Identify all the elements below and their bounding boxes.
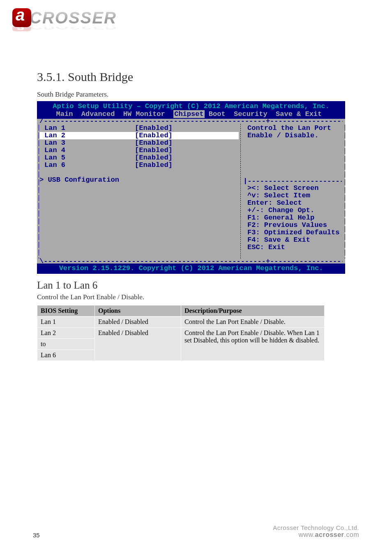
bios-item[interactable]: Lan 1[Enabled] <box>39 125 239 132</box>
table-header-row: BIOS Setting Options Description/Purpose <box>37 305 325 317</box>
bios-border-right: | | | | | | | | | | | | | | | | | | | <box>343 124 345 259</box>
bios-keyhint: F1: General Help <box>243 214 342 222</box>
footer-url: www.acrosser.com <box>273 531 359 539</box>
brand-a-icon <box>12 8 31 27</box>
section-intro: South Bridge Parameters. <box>37 90 108 99</box>
footer-company: Acrosser Technology Co.,Ltd. <box>273 524 359 531</box>
footer-url-pre: www. <box>298 531 315 538</box>
page-title: 3.5.1. South Bridge <box>37 70 133 84</box>
bios-item[interactable]: Lan 5[Enabled] <box>39 154 239 162</box>
th-desc: Description/Purpose <box>181 305 325 317</box>
bios-item[interactable]: Lan 4[Enabled] <box>39 147 239 154</box>
bios-item[interactable]: Lan 2[Enabled] <box>39 132 239 139</box>
bios-item[interactable]: Lan 6[Enabled] <box>39 162 239 169</box>
page-footer: Acrosser Technology Co.,Ltd. www.acrosse… <box>273 524 359 539</box>
table-row: Lan 2Enabled / DisabledControl the Lan P… <box>37 328 325 339</box>
subsection-title: Lan 1 to Lan 6 <box>37 280 97 291</box>
bios-submenu[interactable]: > USB Configuration <box>39 176 239 184</box>
bios-border-left: | | | | | | | | | | | | | | | | | | | <box>37 124 39 259</box>
logo: CROSSER CROSSER <box>12 8 117 34</box>
bios-help-text: Control the Lan Port Enable / Disable. <box>243 125 342 139</box>
bios-item[interactable]: Lan 3[Enabled] <box>39 139 239 147</box>
bios-left-pane: Lan 1[Enabled]Lan 2[Enabled]Lan 3[Enable… <box>39 125 239 184</box>
table-row: Lan 1Enabled / DisabledControl the Lan P… <box>37 317 325 328</box>
bios-keyhint: ><: Select Screen <box>243 185 342 192</box>
footer-url-bold: acrosser <box>315 531 344 538</box>
bios-body: /---------------------------------------… <box>37 119 345 264</box>
bios-menu-bar: Main Advanced HW Monitor Chipset Boot Se… <box>37 110 345 119</box>
bios-right-sep: |------------------------ <box>243 178 342 185</box>
bios-vert-sep <box>240 124 241 259</box>
page-number: 35 <box>33 532 40 539</box>
bios-border-top: /---------------------------------------… <box>39 118 343 124</box>
bios-keyhint: Enter: Select <box>243 199 342 207</box>
bios-border-bottom: \---------------------------------------… <box>39 258 343 264</box>
bios-right-pane: Control the Lan Port Enable / Disable. |… <box>243 125 342 251</box>
bios-footer: Version 2.15.1229. Copyright (C) 2012 Am… <box>37 264 345 274</box>
bios-header: Aptio Setup Utility – Copyright (C) 2012… <box>37 101 345 119</box>
bios-keyhint: +/-: Change Opt. <box>243 207 342 214</box>
bios-keyhint: F4: Save & Exit <box>243 236 342 244</box>
options-table: BIOS Setting Options Description/Purpose… <box>37 305 325 361</box>
subsection-desc: Control the Lan Port Enable / Disable. <box>37 293 144 301</box>
th-options: Options <box>95 305 181 317</box>
bios-header-title: Aptio Setup Utility – Copyright (C) 2012… <box>37 102 345 110</box>
th-setting: BIOS Setting <box>37 305 95 317</box>
brand-text: CROSSER <box>30 9 117 27</box>
bios-screenshot: Aptio Setup Utility – Copyright (C) 2012… <box>37 101 345 268</box>
bios-keyhint: F2: Previous Values <box>243 222 342 229</box>
bios-keyhint: ESC: Exit <box>243 244 342 251</box>
bios-keyhint: ^v: Select Item <box>243 192 342 199</box>
footer-url-post: .com <box>344 531 359 538</box>
bios-keyhint: F3: Optimized Defaults <box>243 229 342 236</box>
